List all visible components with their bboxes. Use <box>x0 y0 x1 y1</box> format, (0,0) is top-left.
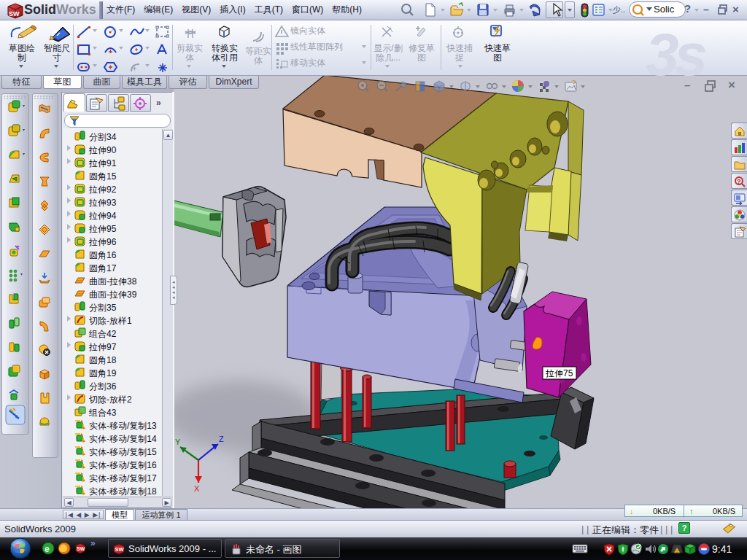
svg-text:X: X <box>194 484 200 493</box>
svg-text:?: ? <box>737 178 741 185</box>
svg-text:»: » <box>90 538 96 548</box>
svg-text:Y: Y <box>175 438 181 446</box>
svg-text:SW: SW <box>77 546 85 551</box>
svg-text:e: e <box>44 544 50 554</box>
svg-text:SW: SW <box>115 546 125 553</box>
svg-text:Z: Z <box>219 435 224 443</box>
svg-text:拉伸75: 拉伸75 <box>545 368 573 378</box>
